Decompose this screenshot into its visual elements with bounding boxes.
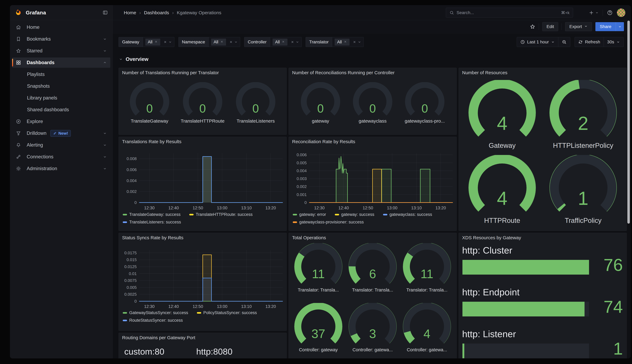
panel-title[interactable]: Total Operations — [292, 235, 326, 240]
sidebar-item-home[interactable]: Home — [12, 22, 110, 32]
gauge-arc: 0 — [299, 82, 342, 118]
sidebar-item-label: Drilldown — [27, 130, 46, 136]
user-avatar[interactable] — [617, 8, 625, 17]
grafana-logo-icon[interactable] — [15, 9, 22, 16]
breadcrumb-item[interactable]: Dashboards — [144, 10, 169, 15]
share-button[interactable]: Share — [595, 22, 624, 31]
gauge-label: Gateway — [489, 142, 516, 150]
action-divider — [539, 23, 539, 30]
sidebar-item-connections[interactable]: Connections — [12, 152, 110, 162]
scrollbar-thumb[interactable] — [627, 20, 630, 224]
export-button[interactable]: Export — [565, 22, 592, 31]
sidebar-item-snapshots[interactable]: Snapshots — [12, 81, 110, 91]
sidebar-item-library-panels[interactable]: Library panels — [12, 93, 110, 103]
search-input[interactable] — [457, 10, 559, 15]
legend-item[interactable]: TranslateListeners: success — [123, 220, 181, 224]
collapse-sidebar-icon[interactable] — [103, 10, 108, 15]
legend-item[interactable]: gateway: error — [293, 212, 326, 217]
panel-title[interactable]: Routing Domains per Gateway Port — [122, 335, 195, 340]
legend-item[interactable]: PolicyStatusSyncer: success — [197, 310, 257, 315]
bar-label: http: Listener — [462, 329, 623, 339]
star-dashboard-button[interactable] — [530, 24, 535, 30]
filter-translator[interactable]: TranslatorAll — [305, 37, 364, 47]
gear-icon — [16, 166, 22, 171]
filter-value-chip[interactable]: All — [272, 38, 287, 46]
time-range-picker[interactable]: Last 1 hour — [517, 37, 558, 47]
gauge-arc: 11 — [402, 243, 452, 287]
remove-value-icon[interactable] — [281, 40, 285, 44]
panel-title[interactable]: XDS Resources by Gateway — [462, 235, 521, 240]
chevron-down-icon[interactable] — [295, 40, 299, 44]
filter-value-chip[interactable]: All — [335, 38, 350, 46]
gauge-label: Translator: Transla... — [406, 288, 448, 292]
zoom-out-button[interactable] — [558, 37, 570, 47]
chevron-down-icon — [103, 37, 107, 41]
gauge-label: Controller: gatewa... — [353, 347, 393, 352]
filter-namespace[interactable]: NamespaceAll — [178, 37, 240, 47]
legend-item[interactable]: gatewayclass-provisioner: success — [293, 220, 364, 224]
sidebar-item-dashboards[interactable]: Dashboards — [12, 58, 110, 68]
legend-label: TranslateHTTPRoute: success — [196, 212, 253, 217]
svg-text:0.002: 0.002 — [296, 184, 307, 189]
filter-value-chip[interactable]: All — [211, 38, 226, 46]
clear-filter-icon[interactable] — [229, 40, 233, 44]
sidebar-item-starred[interactable]: Starred — [12, 46, 110, 56]
panel-title[interactable]: Number of Reconciliations Running per Co… — [292, 70, 395, 75]
bar-track — [462, 260, 589, 274]
remove-value-icon[interactable] — [220, 40, 223, 44]
sidebar-item-label: Explore — [27, 119, 43, 124]
edit-button[interactable]: Edit — [542, 22, 558, 31]
help-icon[interactable] — [607, 10, 613, 16]
legend-item[interactable]: RouteStatusSyncer: success — [123, 318, 183, 323]
chevron-down-icon[interactable] — [234, 40, 238, 44]
breadcrumb-item[interactable]: Home — [124, 10, 136, 15]
bar-track — [462, 344, 589, 358]
row-overview-toggle[interactable]: Overview — [119, 56, 148, 62]
clear-filter-icon[interactable] — [290, 40, 294, 44]
gauge-label: HTTPRoute — [484, 217, 520, 224]
sidebar-item-bookmarks[interactable]: Bookmarks — [12, 34, 110, 44]
panel-routing-domains: Routing Domains per Gateway Port custom:… — [119, 333, 287, 358]
sidebar-item-shared-dashboards[interactable]: Shared dashboards — [12, 104, 110, 115]
sidebar-item-playlists[interactable]: Playlists — [12, 69, 110, 80]
panel-reconciliations-running: Number of Reconciliations Running per Co… — [288, 68, 457, 135]
filter-value-chip[interactable]: All — [145, 38, 160, 46]
chevron-down-icon[interactable] — [168, 40, 172, 44]
breadcrumb-separator: › — [172, 10, 174, 15]
filter-controller[interactable]: ControllerAll — [244, 37, 301, 47]
legend-item[interactable]: TranslateGateway: success — [123, 212, 181, 217]
remove-value-icon[interactable] — [344, 40, 347, 44]
legend-label: gateway: success — [341, 212, 374, 217]
chevron-down-icon[interactable] — [358, 40, 361, 44]
legend-item[interactable]: gateway: success — [335, 212, 374, 217]
svg-text:12:30: 12:30 — [144, 206, 155, 210]
sidebar-item-drilldown[interactable]: DrilldownNew! — [12, 128, 110, 138]
legend-row: TranslateListeners: success — [123, 220, 284, 224]
legend-label: PolicyStatusSyncer: success — [203, 310, 257, 315]
svg-text:1: 1 — [578, 188, 588, 209]
legend-item[interactable]: gatewayclass: success — [383, 212, 432, 217]
remove-value-icon[interactable] — [154, 40, 158, 44]
panel-title[interactable]: Number of Translations Running per Trans… — [122, 70, 219, 75]
legend-color-chip — [293, 214, 297, 216]
svg-text:11: 11 — [312, 267, 325, 281]
clear-filter-icon[interactable] — [163, 40, 167, 44]
svg-text:0.005: 0.005 — [296, 160, 307, 165]
sidebar-item-explore[interactable]: Explore — [12, 116, 110, 126]
filter-gateway[interactable]: GatewayAll — [119, 37, 174, 47]
search-box[interactable]: ⌘+k — [446, 8, 573, 18]
panel-title[interactable]: Number of Resources — [462, 70, 507, 75]
refresh-interval-picker[interactable]: 30s — [604, 37, 623, 47]
share-caret-icon[interactable] — [616, 22, 624, 31]
chevron-up-icon — [103, 60, 107, 64]
clear-filter-icon[interactable] — [353, 40, 356, 44]
sidebar-item-label: Shared dashboards — [27, 107, 69, 112]
legend-item[interactable]: TranslateHTTPRoute: success — [189, 212, 253, 217]
svg-text:4: 4 — [497, 188, 507, 209]
new-menu-button[interactable] — [589, 10, 599, 15]
time-range-group: Last 1 hour — [517, 37, 570, 47]
sidebar-item-administration[interactable]: Administration — [12, 164, 110, 174]
sidebar-item-alerting[interactable]: Alerting — [12, 140, 110, 150]
refresh-button[interactable]: Refresh — [575, 37, 604, 47]
legend-item[interactable]: GatewayStatusSyncer: success — [123, 310, 188, 315]
